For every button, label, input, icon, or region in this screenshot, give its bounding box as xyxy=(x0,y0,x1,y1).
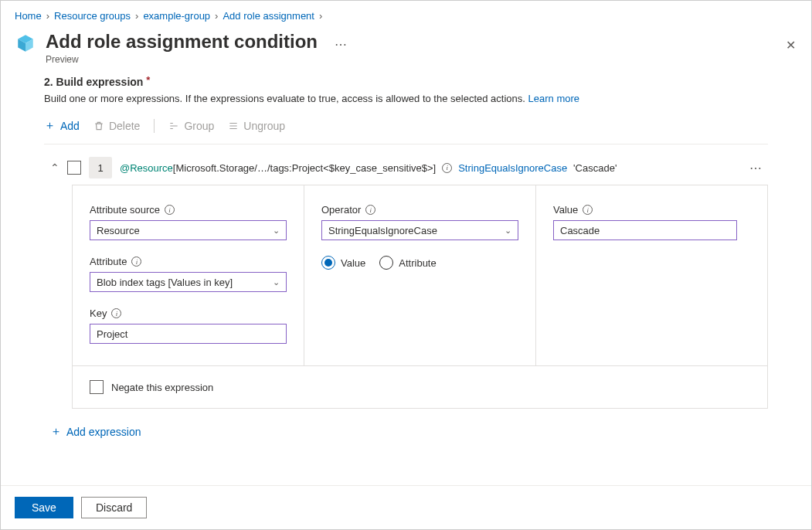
ungroup-button: Ungroup xyxy=(228,120,285,132)
close-icon[interactable]: ✕ xyxy=(786,38,796,53)
info-icon[interactable]: i xyxy=(165,205,175,215)
discard-button[interactable]: Discard xyxy=(81,497,147,518)
expression-path: [Microsoft.Storage/…/tags:Project<$key_c… xyxy=(173,162,436,174)
expression-resource-keyword: @Resource xyxy=(120,162,173,174)
negate-row: Negate this expression xyxy=(73,365,767,408)
negate-label: Negate this expression xyxy=(111,382,213,393)
plus-icon: ＋ xyxy=(44,118,56,133)
chevron-down-icon: ⌄ xyxy=(273,226,280,236)
value-label: Value i xyxy=(553,204,750,216)
chevron-right-icon: › xyxy=(135,10,138,22)
divider xyxy=(154,119,155,133)
radio-value[interactable]: Value xyxy=(321,256,365,270)
operator-select[interactable]: StringEqualsIgnoreCase ⌄ xyxy=(321,220,518,240)
chevron-up-icon[interactable]: ⌃ xyxy=(50,161,59,174)
source-column: Attribute source i Resource ⌄ Attribute … xyxy=(73,185,304,365)
attribute-label: Attribute i xyxy=(90,256,287,267)
group-button: Group xyxy=(168,120,214,132)
breadcrumb: Home › Resource groups › example-group ›… xyxy=(1,1,811,28)
ungroup-icon xyxy=(228,121,239,131)
add-button[interactable]: ＋ Add xyxy=(44,118,80,133)
plus-icon: ＋ xyxy=(50,424,62,439)
expression-summary-row: ⌃ 1 @Resource[Microsoft.Storage/…/tags:P… xyxy=(44,157,768,185)
key-input[interactable]: Project xyxy=(90,324,287,344)
add-expression-button[interactable]: ＋ Add expression xyxy=(50,424,768,439)
key-label: Key i xyxy=(90,307,287,319)
breadcrumb-example-group[interactable]: example-group xyxy=(143,10,210,22)
more-icon[interactable]: ⋯ xyxy=(335,37,347,52)
operator-column: Operator i StringEqualsIgnoreCase ⌄ Valu… xyxy=(304,185,536,365)
more-icon[interactable]: ⋯ xyxy=(749,161,768,175)
group-icon xyxy=(168,121,179,131)
info-icon[interactable]: i xyxy=(583,205,593,215)
footer: Save Discard xyxy=(1,485,811,529)
expression-operator: StringEqualsIgnoreCase xyxy=(458,162,567,174)
value-type-radio-group: Value Attribute xyxy=(321,256,518,270)
chevron-down-icon: ⌄ xyxy=(273,277,280,287)
expression-value: 'Cascade' xyxy=(573,162,617,174)
chevron-right-icon: › xyxy=(215,10,218,22)
attribute-select[interactable]: Blob index tags [Values in key] ⌄ xyxy=(90,272,287,292)
attribute-source-label: Attribute source i xyxy=(90,204,287,216)
page-header: Add role assignment condition Preview ⋯ … xyxy=(1,28,811,73)
info-icon[interactable]: i xyxy=(365,205,375,215)
negate-checkbox[interactable] xyxy=(90,380,104,394)
info-icon[interactable]: i xyxy=(442,163,452,173)
value-input[interactable]: Cascade xyxy=(553,220,737,240)
trash-icon xyxy=(93,121,104,131)
expression-number: 1 xyxy=(89,157,112,178)
value-column: Value i Cascade xyxy=(536,185,767,365)
chevron-down-icon: ⌄ xyxy=(505,226,511,236)
info-icon[interactable]: i xyxy=(111,308,121,318)
page-title: Add role assignment condition xyxy=(46,31,318,53)
section-description: Build one or more expressions. If the ex… xyxy=(44,93,768,104)
info-icon[interactable]: i xyxy=(131,257,141,267)
operator-label: Operator i xyxy=(321,204,518,216)
breadcrumb-add-role-assignment[interactable]: Add role assignment xyxy=(223,10,314,22)
chevron-right-icon: › xyxy=(46,10,49,22)
chevron-right-icon: › xyxy=(319,10,322,22)
delete-button: Delete xyxy=(93,120,140,132)
learn-more-link[interactable]: Learn more xyxy=(528,93,579,104)
section-title: 2. Build expression * xyxy=(44,76,768,88)
radio-attribute[interactable]: Attribute xyxy=(379,256,436,270)
expression-editor: Attribute source i Resource ⌄ Attribute … xyxy=(72,185,768,409)
cube-icon xyxy=(15,32,36,54)
save-button[interactable]: Save xyxy=(15,497,73,518)
breadcrumb-home[interactable]: Home xyxy=(15,10,42,22)
expression-toolbar: ＋ Add Delete Group Ungroup xyxy=(44,115,768,144)
expression-checkbox[interactable] xyxy=(67,161,81,175)
attribute-source-select[interactable]: Resource ⌄ xyxy=(90,220,287,240)
breadcrumb-resource-groups[interactable]: Resource groups xyxy=(54,10,131,22)
page-subtitle: Preview xyxy=(46,54,318,65)
